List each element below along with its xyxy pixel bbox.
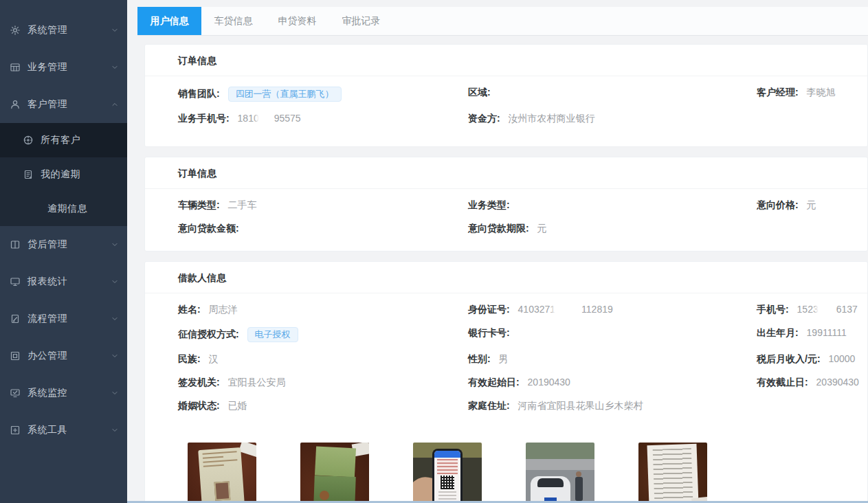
sidebar-item-label: 系统监控 [27, 387, 111, 399]
field-funder: 资金方: 汝州市农村商业银行 [468, 113, 757, 125]
field-vehicle-type: 车辆类型: 二手车 [178, 199, 468, 212]
monitor-check-icon [10, 388, 21, 399]
field-intended-loan-amount: 意向贷款金额: [178, 223, 468, 235]
sidebar-item-postloan-management[interactable]: 贷后管理 [0, 226, 127, 263]
photo-handwritten-document[interactable] [638, 443, 707, 503]
tab-user-info[interactable]: 用户信息 [137, 7, 201, 35]
sidebar-item-business-management[interactable]: 业务管理 [0, 49, 127, 86]
box-plus-icon [10, 425, 21, 436]
sidebar-item-my-overdue[interactable]: 我的逾期 [0, 157, 127, 192]
sidebar-item-label: 贷后管理 [27, 238, 111, 251]
sidebar-item-system-monitor[interactable]: 系统监控 [0, 375, 127, 412]
user-icon [10, 99, 21, 110]
field-ethnicity: 民族: 汉 [178, 353, 468, 366]
badge-icon [23, 135, 34, 146]
redaction-patch [259, 113, 274, 123]
field-gender: 性别: 男 [468, 353, 757, 366]
field-credit-auth-method: 征信授权方式: 电子授权 [178, 327, 468, 342]
chevron-down-icon [111, 352, 119, 360]
sidebar-item-label: 客户管理 [27, 98, 111, 111]
photo-household-booklet[interactable] [300, 443, 369, 503]
chevron-down-icon [111, 315, 119, 323]
sidebar-item-label: 系统工具 [27, 424, 111, 436]
card-title: 借款人信息 [145, 262, 867, 293]
sidebar-item-label: 流程管理 [27, 313, 111, 325]
sidebar-item-customer-management[interactable]: 客户管理 [0, 86, 127, 123]
sidebar-item-system-tools[interactable]: 系统工具 [0, 412, 127, 449]
field-home-address: 家庭住址: 河南省宜阳县花果山乡木柴村 [468, 400, 757, 412]
sidebar-item-process-management[interactable]: 流程管理 [0, 300, 127, 337]
main-content: 用户信息 车贷信息 申贷资料 审批记录 订单信息 销售团队: 四团一营（直属王鹏… [127, 0, 868, 503]
sidebar-item-label: 办公管理 [27, 350, 111, 362]
chevron-down-icon [111, 241, 119, 249]
field-id-number: 身份证号: 4103271112819 [468, 304, 757, 316]
sidebar-item-overdue-info[interactable]: 逾期信息 [0, 192, 127, 226]
order-info-card: 订单信息 销售团队: 四团一营（直属王鹏飞） 区域: 客户经理: 李晓旭 业务手 [144, 44, 868, 147]
chevron-down-icon [111, 426, 119, 434]
card-title: 订单信息 [145, 45, 867, 76]
grid-icon [10, 62, 21, 73]
sidebar-item-report-statistics[interactable]: 报表统计 [0, 263, 127, 300]
field-account-manager: 客户经理: 李晓旭 [757, 87, 867, 102]
sidebar-item-label: 系统管理 [27, 24, 111, 36]
field-name: 姓名: 周志洋 [178, 304, 468, 316]
photo-id-card[interactable] [188, 443, 256, 503]
field-bank-card: 银行卡号: [468, 327, 757, 342]
sidebar-item-label: 我的逾期 [41, 168, 127, 181]
borrower-info-card: 借款人信息 姓名: 周志洋 身份证号: 4103271112819 手机号: 1… [144, 261, 868, 503]
field-business-phone: 业务手机号: 181095575 [178, 113, 468, 125]
field-intended-price: 意向价格: 元 [757, 199, 867, 212]
sidebar: 系统管理 业务管理 客户管理 所有客户 [0, 0, 127, 503]
field-marital-status: 婚姻状态: 已婚 [178, 400, 468, 412]
sales-team-tag[interactable]: 四团一营（直属王鹏飞） [228, 87, 342, 102]
sidebar-item-label: 报表统计 [27, 276, 111, 288]
field-region: 区域: [468, 87, 757, 102]
notebook-icon [23, 169, 34, 180]
sidebar-item-label: 逾期信息 [47, 203, 127, 215]
loan-intent-card: 订单信息 车辆类型: 二手车 业务类型: 意向价格: 元 意向贷款金额: [144, 157, 868, 252]
tab-loan-application-docs[interactable]: 申贷资料 [265, 7, 329, 35]
tab-approval-records[interactable]: 审批记录 [329, 7, 393, 35]
field-valid-from: 有效起始日: 20190430 [468, 377, 757, 389]
file-edit-icon [10, 313, 21, 324]
credit-auth-tag[interactable]: 电子授权 [247, 327, 298, 342]
chevron-up-icon [111, 100, 119, 109]
field-birth-date: 出生年月: 19911111 [757, 327, 867, 342]
photo-qr-screenshot[interactable] [413, 443, 482, 503]
photo-person-with-car[interactable] [526, 443, 594, 503]
chevron-down-icon [111, 389, 119, 397]
sidebar-item-label: 所有客户 [41, 134, 127, 146]
chevron-down-icon [111, 63, 119, 71]
field-issuing-authority: 签发机关: 宜阳县公安局 [178, 377, 468, 389]
field-business-type: 业务类型: [468, 199, 757, 212]
customer-management-submenu: 所有客户 我的逾期 逾期信息 [0, 123, 127, 226]
chevron-down-icon [111, 278, 119, 286]
sidebar-item-label: 业务管理 [27, 61, 111, 74]
field-intended-loan-term: 意向贷款期限: 元 [468, 223, 757, 235]
field-valid-to: 有效截止日: 20390430 [757, 377, 867, 389]
sidebar-item-all-customers[interactable]: 所有客户 [0, 123, 127, 157]
sidebar-item-office-management[interactable]: 办公管理 [0, 337, 127, 375]
book-icon [10, 239, 21, 250]
redaction-patch [819, 304, 836, 314]
detail-tabs: 用户信息 车贷信息 申贷资料 审批记录 [137, 7, 868, 36]
square-in-square-icon [10, 350, 21, 361]
redaction-patch [555, 304, 581, 314]
gear-icon [10, 25, 21, 36]
field-sales-team: 销售团队: 四团一营（直属王鹏飞） [178, 87, 468, 102]
field-monthly-income: 税后月收入/元: 10000 [757, 353, 867, 366]
tab-car-loan-info[interactable]: 车贷信息 [201, 7, 265, 35]
document-photos: 本人照 智能双录件 [145, 418, 867, 503]
card-title: 订单信息 [145, 157, 867, 189]
monitor-icon [10, 276, 21, 287]
field-mobile-phone: 手机号: 15236137 [757, 304, 867, 316]
sidebar-item-system-management[interactable]: 系统管理 [0, 12, 127, 49]
chevron-down-icon [111, 26, 119, 34]
